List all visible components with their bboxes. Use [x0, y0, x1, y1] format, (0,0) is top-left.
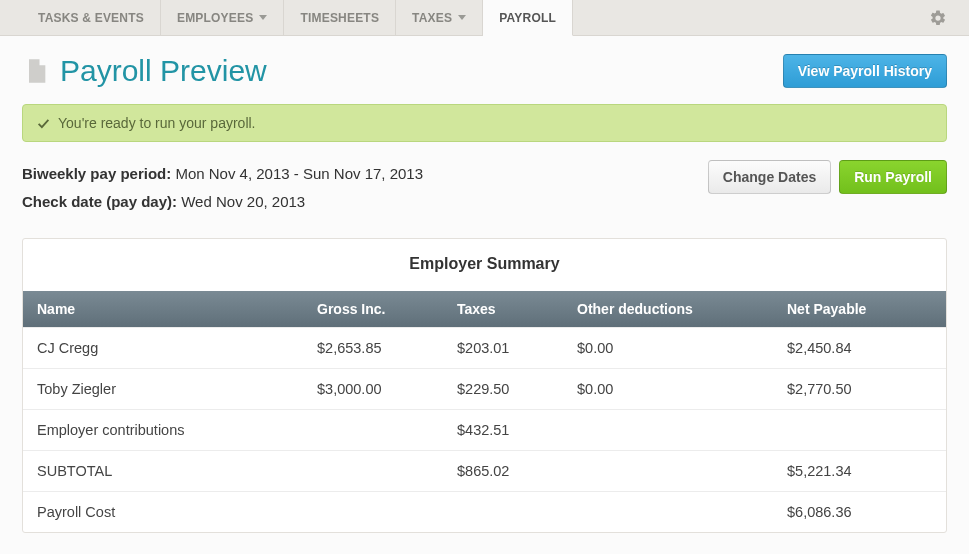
change-dates-button[interactable]: Change Dates: [708, 160, 831, 194]
cell-name: SUBTOTAL: [23, 451, 303, 492]
check-icon: [37, 117, 50, 130]
col-header-taxes: Taxes: [443, 291, 563, 328]
table-row: CJ Cregg $2,653.85 $203.01 $0.00 $2,450.…: [23, 328, 946, 369]
cell-gross: $2,653.85: [303, 328, 443, 369]
document-icon: [22, 57, 50, 85]
col-header-other: Other deductions: [563, 291, 773, 328]
tab-bar: TASKS & EVENTS EMPLOYEES TIMESHEETS TAXE…: [0, 0, 969, 36]
view-payroll-history-button[interactable]: View Payroll History: [783, 54, 947, 88]
panel-title: Employer Summary: [23, 239, 946, 291]
cell-taxes: [443, 492, 563, 533]
cell-name: Employer contributions: [23, 410, 303, 451]
gear-icon[interactable]: [929, 9, 947, 27]
cell-net: $5,221.34: [773, 451, 946, 492]
col-header-net: Net Payable: [773, 291, 946, 328]
cell-gross: [303, 492, 443, 533]
title-row: Payroll Preview View Payroll History: [22, 54, 947, 88]
cell-other: $0.00: [563, 328, 773, 369]
cell-gross: [303, 451, 443, 492]
check-date-value: Wed Nov 20, 2013: [181, 193, 305, 210]
pay-period-label: Biweekly pay period:: [22, 165, 171, 182]
cell-net: $6,086.36: [773, 492, 946, 533]
cell-taxes: $203.01: [443, 328, 563, 369]
tab-employees[interactable]: EMPLOYEES: [161, 0, 284, 35]
employer-summary-panel: Employer Summary Name Gross Inc. Taxes O…: [22, 238, 947, 533]
pay-period-range: Mon Nov 4, 2013 - Sun Nov 17, 2013: [175, 165, 423, 182]
table-row: Payroll Cost $6,086.36: [23, 492, 946, 533]
tab-payroll[interactable]: PAYROLL: [483, 0, 573, 36]
success-alert: You're ready to run your payroll.: [22, 104, 947, 142]
table-row: Toby Ziegler $3,000.00 $229.50 $0.00 $2,…: [23, 369, 946, 410]
tab-label: TAXES: [412, 11, 452, 25]
table-row: Employer contributions $432.51: [23, 410, 946, 451]
tab-label: PAYROLL: [499, 11, 556, 25]
cell-name: Payroll Cost: [23, 492, 303, 533]
chevron-down-icon: [259, 15, 267, 20]
cell-taxes: $229.50: [443, 369, 563, 410]
cell-net: $2,450.84: [773, 328, 946, 369]
cell-other: [563, 410, 773, 451]
col-header-gross: Gross Inc.: [303, 291, 443, 328]
cell-name: Toby Ziegler: [23, 369, 303, 410]
period-text: Biweekly pay period: Mon Nov 4, 2013 - S…: [22, 160, 423, 216]
col-header-name: Name: [23, 291, 303, 328]
summary-table: Name Gross Inc. Taxes Other deductions N…: [23, 291, 946, 532]
tab-label: TASKS & EVENTS: [38, 11, 144, 25]
cell-other: [563, 492, 773, 533]
cell-other: $0.00: [563, 369, 773, 410]
cell-taxes: $432.51: [443, 410, 563, 451]
tab-timesheets[interactable]: TIMESHEETS: [284, 0, 396, 35]
cell-gross: [303, 410, 443, 451]
period-row: Biweekly pay period: Mon Nov 4, 2013 - S…: [22, 160, 947, 216]
cell-other: [563, 451, 773, 492]
tab-label: TIMESHEETS: [300, 11, 379, 25]
tab-taxes[interactable]: TAXES: [396, 0, 483, 35]
table-row: SUBTOTAL $865.02 $5,221.34: [23, 451, 946, 492]
cell-net: [773, 410, 946, 451]
alert-message: You're ready to run your payroll.: [58, 115, 256, 131]
run-payroll-button[interactable]: Run Payroll: [839, 160, 947, 194]
content-area: Payroll Preview View Payroll History You…: [0, 36, 969, 554]
tab-tasks-events[interactable]: TASKS & EVENTS: [22, 0, 161, 35]
check-date-label: Check date (pay day):: [22, 193, 177, 210]
cell-net: $2,770.50: [773, 369, 946, 410]
cell-taxes: $865.02: [443, 451, 563, 492]
chevron-down-icon: [458, 15, 466, 20]
page-title: Payroll Preview: [60, 54, 267, 88]
cell-gross: $3,000.00: [303, 369, 443, 410]
tab-label: EMPLOYEES: [177, 11, 253, 25]
cell-name: CJ Cregg: [23, 328, 303, 369]
